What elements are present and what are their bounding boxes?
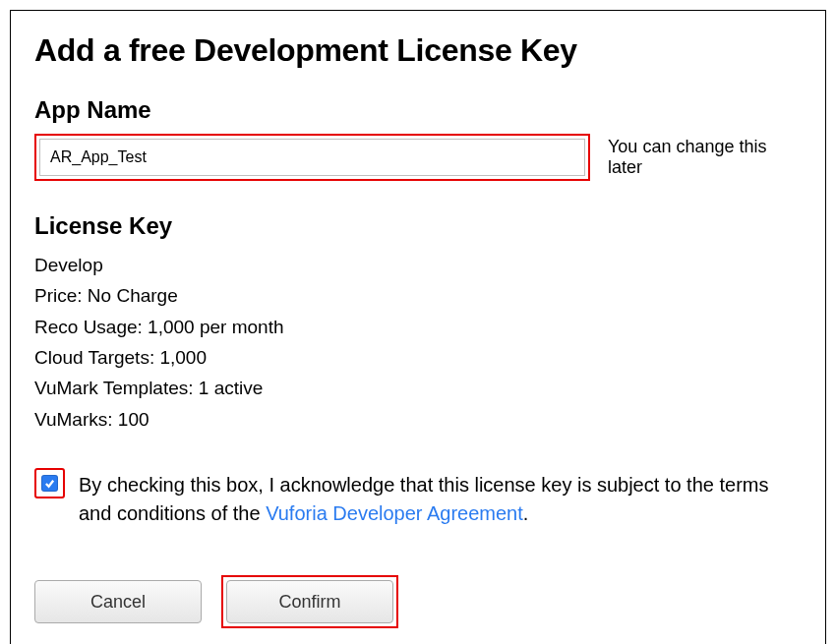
agreement-checkbox[interactable] <box>41 475 58 492</box>
license-vumark-templates: VuMark Templates: 1 active <box>34 373 802 403</box>
license-key-label: License Key <box>34 212 802 240</box>
license-tier: Develop <box>34 250 802 280</box>
checkmark-icon <box>44 478 55 489</box>
license-vumarks: VuMarks: 100 <box>34 404 802 435</box>
agreement-row: By checking this box, I acknowledge that… <box>34 468 802 528</box>
agreement-suffix: . <box>523 502 529 524</box>
confirm-button[interactable]: Confirm <box>226 580 393 623</box>
license-details: Develop Price: No Charge Reco Usage: 1,0… <box>34 250 802 435</box>
page-title: Add a free Development License Key <box>34 32 802 69</box>
app-name-hint: You can change this later <box>608 137 802 178</box>
app-name-row: You can change this later <box>34 134 802 181</box>
app-name-highlight <box>34 134 590 181</box>
agreement-text: By checking this box, I acknowledge that… <box>79 468 802 528</box>
license-cloud: Cloud Targets: 1,000 <box>34 342 802 373</box>
agreement-link[interactable]: Vuforia Developer Agreement <box>266 502 523 524</box>
license-reco: Reco Usage: 1,000 per month <box>34 312 802 342</box>
button-row: Cancel Confirm <box>34 575 802 628</box>
confirm-highlight: Confirm <box>221 575 398 628</box>
license-form-panel: Add a free Development License Key App N… <box>10 10 826 644</box>
cancel-button[interactable]: Cancel <box>34 580 202 623</box>
agreement-checkbox-highlight <box>34 468 65 498</box>
app-name-input[interactable] <box>39 139 585 176</box>
license-price: Price: No Charge <box>34 280 802 311</box>
app-name-label: App Name <box>34 96 802 124</box>
